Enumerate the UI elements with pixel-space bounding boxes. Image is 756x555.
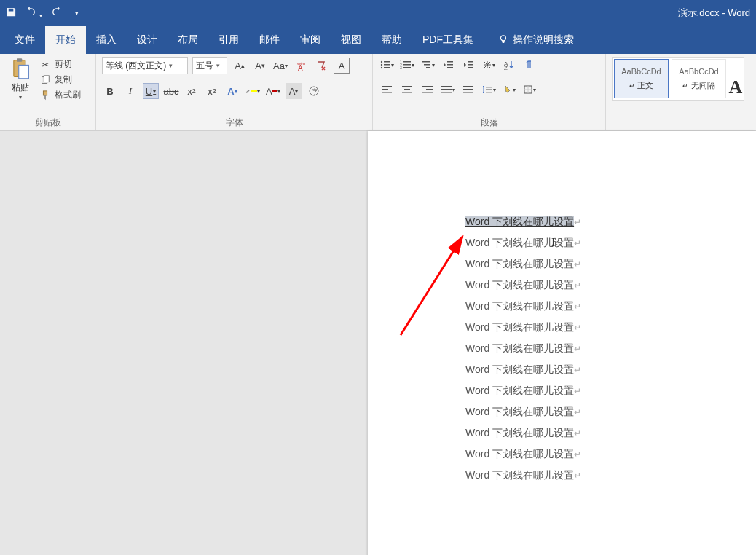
style-normal[interactable]: AaBbCcDd ↵ 正文 bbox=[614, 59, 669, 98]
bullets-button[interactable]: ▾ bbox=[379, 57, 395, 73]
text-line[interactable]: Word 下划线在哪儿设置↵ bbox=[465, 342, 756, 355]
page[interactable]: Word 下划线在哪儿设置↵Word 下划线在哪儿设置↵IWord 下划线在哪儿… bbox=[368, 131, 756, 555]
qat-customize-icon[interactable]: ▾ bbox=[75, 9, 79, 17]
align-distribute-button[interactable] bbox=[460, 82, 476, 98]
asian-layout-button[interactable]: ▾ bbox=[481, 57, 497, 73]
font-group-label: 字体 bbox=[102, 114, 366, 130]
svg-point-0 bbox=[501, 35, 506, 40]
clear-formatting-button[interactable] bbox=[313, 58, 329, 74]
text-line[interactable]: Word 下划线在哪儿设置↵ bbox=[465, 300, 756, 313]
svg-rect-20 bbox=[403, 64, 411, 66]
multilevel-list-button[interactable]: ▾ bbox=[420, 57, 436, 73]
tab-help[interactable]: 帮助 bbox=[371, 26, 412, 54]
styles-more-icon[interactable]: A bbox=[729, 59, 742, 98]
ribbon: 粘贴 ▾ ✂ 剪切 复制 格式刷 bbox=[0, 54, 756, 131]
redo-icon[interactable] bbox=[51, 7, 62, 20]
tab-view[interactable]: 视图 bbox=[331, 26, 371, 54]
text-line[interactable]: Word 下划线在哪儿设置↵ bbox=[465, 448, 756, 461]
font-name-combo[interactable]: 等线 (西文正文)▾ bbox=[102, 57, 188, 74]
bold-button[interactable]: B bbox=[102, 83, 118, 99]
tab-design[interactable]: 设计 bbox=[127, 26, 168, 54]
svg-rect-30 bbox=[468, 64, 473, 66]
tab-file[interactable]: 文件 bbox=[4, 26, 45, 54]
svg-rect-51 bbox=[486, 92, 492, 92]
strikethrough-button[interactable]: abc bbox=[163, 83, 179, 99]
font-color-button[interactable]: A▾ bbox=[265, 83, 281, 99]
text-line[interactable]: Word 下划线在哪儿设置↵ bbox=[465, 258, 756, 271]
numbering-button[interactable]: 123▾ bbox=[399, 57, 415, 73]
paste-button[interactable]: 粘贴 ▾ bbox=[6, 57, 35, 101]
copy-button[interactable]: 复制 bbox=[39, 74, 81, 86]
underline-button[interactable]: U▾ bbox=[143, 83, 159, 99]
align-justify-button[interactable]: ▾ bbox=[440, 82, 456, 98]
decrease-indent-button[interactable] bbox=[440, 57, 456, 73]
borders-button[interactable]: ▾ bbox=[521, 82, 538, 98]
group-font: 等线 (西文正文)▾ 五号▾ A▴ A▾ Aa▾ wénA A B I U▾ a… bbox=[96, 54, 373, 130]
svg-rect-5 bbox=[44, 75, 49, 82]
tab-review[interactable]: 审阅 bbox=[290, 26, 331, 54]
align-right-button[interactable] bbox=[420, 82, 436, 98]
svg-rect-28 bbox=[447, 67, 453, 68]
text-line[interactable]: Word 下划线在哪儿设置↵ bbox=[465, 469, 756, 482]
increase-indent-button[interactable] bbox=[460, 57, 476, 73]
superscript-button[interactable]: x2 bbox=[204, 83, 220, 99]
svg-rect-31 bbox=[468, 67, 473, 68]
cut-button[interactable]: ✂ 剪切 bbox=[39, 58, 81, 71]
svg-rect-48 bbox=[463, 92, 473, 93]
character-shading-button[interactable]: A▾ bbox=[286, 83, 302, 99]
svg-rect-41 bbox=[426, 89, 433, 90]
group-clipboard: 粘贴 ▾ ✂ 剪切 复制 格式刷 bbox=[0, 54, 96, 130]
text-line[interactable]: Word 下划线在哪儿设置↵ bbox=[465, 321, 756, 334]
change-case-button[interactable]: Aa▾ bbox=[272, 58, 288, 74]
undo-icon[interactable]: ▾ bbox=[25, 7, 42, 20]
text-line[interactable]: Word 下划线在哪儿设置↵ bbox=[465, 216, 756, 229]
font-size-combo[interactable]: 五号▾ bbox=[192, 57, 227, 74]
svg-rect-34 bbox=[382, 86, 392, 87]
quick-access-toolbar: ▾ ▾ bbox=[6, 7, 79, 20]
format-painter-button[interactable]: 格式刷 bbox=[39, 89, 81, 101]
text-line[interactable]: Word 下划线在哪儿设置↵ bbox=[465, 385, 756, 398]
enclose-characters-button[interactable]: 字 bbox=[306, 83, 322, 99]
svg-point-13 bbox=[381, 64, 382, 66]
svg-rect-36 bbox=[382, 92, 392, 93]
highlight-button[interactable]: ▾ bbox=[245, 83, 261, 99]
text-line[interactable]: Word 下划线在哪儿设置↵ bbox=[465, 363, 756, 377]
save-icon[interactable] bbox=[6, 7, 17, 20]
text-effects-button[interactable]: A▾ bbox=[224, 83, 240, 99]
text-line[interactable]: Word 下划线在哪儿设置↵ bbox=[465, 406, 756, 419]
group-paragraph: ▾ 123▾ ▾ ▾ AZ bbox=[373, 54, 606, 130]
tab-pdf[interactable]: PDF工具集 bbox=[412, 26, 484, 54]
svg-rect-43 bbox=[441, 86, 452, 87]
lightbulb-icon bbox=[498, 34, 508, 47]
text-line[interactable]: Word 下划线在哪儿设置↵ bbox=[465, 427, 756, 440]
grow-font-button[interactable]: A▴ bbox=[232, 58, 248, 74]
brush-icon bbox=[39, 90, 51, 101]
text-line[interactable]: Word 下划线在哪儿设置↵I bbox=[465, 237, 756, 250]
align-center-button[interactable] bbox=[399, 82, 415, 98]
svg-rect-22 bbox=[403, 67, 411, 68]
tab-home[interactable]: 开始 bbox=[45, 26, 86, 54]
paragraph-group-label: 段落 bbox=[379, 114, 599, 130]
svg-rect-3 bbox=[19, 65, 29, 78]
text-cursor-icon: I bbox=[551, 236, 555, 249]
scissors-icon: ✂ bbox=[39, 59, 51, 71]
tab-references[interactable]: 引用 bbox=[208, 26, 249, 54]
line-spacing-button[interactable]: ▾ bbox=[481, 82, 497, 98]
svg-rect-39 bbox=[402, 92, 412, 93]
svg-rect-40 bbox=[422, 86, 433, 87]
phonetic-guide-button[interactable]: wénA bbox=[293, 58, 309, 74]
tab-tellme[interactable]: 操作说明搜索 bbox=[484, 26, 584, 54]
character-border-button[interactable]: A bbox=[334, 58, 350, 74]
italic-button[interactable]: I bbox=[122, 83, 138, 99]
style-nospacing[interactable]: AaBbCcDd ↵ 无间隔 bbox=[672, 59, 726, 98]
shading-button[interactable]: ▾ bbox=[501, 82, 517, 98]
tab-layout[interactable]: 布局 bbox=[168, 26, 208, 54]
show-marks-button[interactable] bbox=[521, 57, 538, 73]
align-left-button[interactable] bbox=[379, 82, 395, 98]
sort-button[interactable]: AZ bbox=[501, 57, 517, 73]
tab-insert[interactable]: 插入 bbox=[86, 26, 127, 54]
tab-mailings[interactable]: 邮件 bbox=[249, 26, 290, 54]
shrink-font-button[interactable]: A▾ bbox=[252, 58, 268, 74]
subscript-button[interactable]: x2 bbox=[184, 83, 200, 99]
text-line[interactable]: Word 下划线在哪儿设置↵ bbox=[465, 279, 756, 292]
